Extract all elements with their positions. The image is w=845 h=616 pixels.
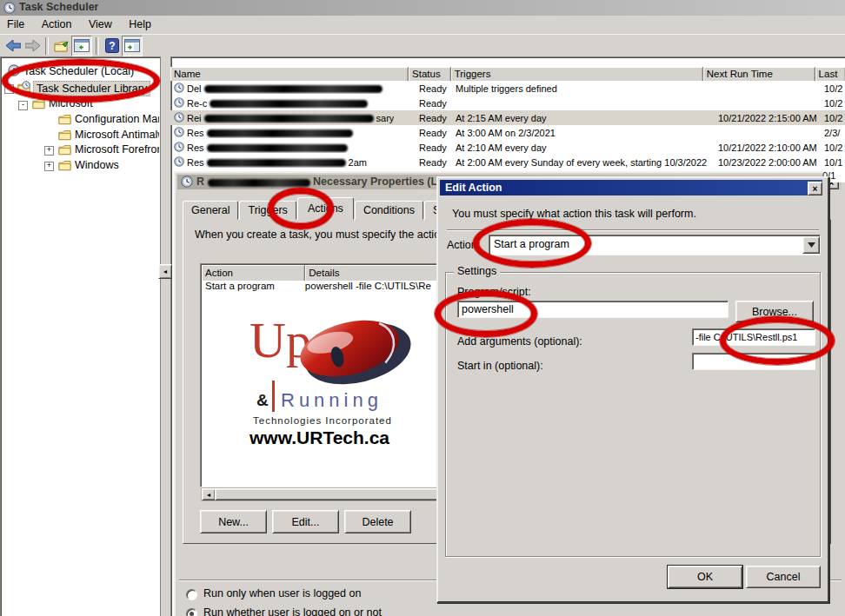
browse-button[interactable]: Browse... xyxy=(735,301,814,322)
column-header-status[interactable]: Status xyxy=(409,67,451,81)
task-triggers: At 2:10 AM every day xyxy=(456,142,711,153)
edit-action-button[interactable]: Edit... xyxy=(272,510,339,533)
menu-file[interactable]: File xyxy=(0,16,31,33)
tree-item-microsoft-forefront[interactable]: Microsoft Forefront xyxy=(75,143,159,156)
task-last-run: 10/2 xyxy=(824,113,845,123)
task-clock-icon xyxy=(174,142,184,152)
edit-action-title-bar: Edit Action × xyxy=(440,180,822,195)
library-clock-badge-icon xyxy=(22,81,30,89)
settings-group-label: Settings xyxy=(454,265,500,277)
tab-conditions[interactable]: Conditions xyxy=(355,201,423,220)
redacted-name xyxy=(207,159,346,167)
console-tree-toggle-button[interactable] xyxy=(71,36,92,56)
new-action-button[interactable]: New... xyxy=(200,510,267,533)
menu-action[interactable]: Action xyxy=(35,16,79,33)
menu-view[interactable]: View xyxy=(82,16,119,33)
help-icon: ? xyxy=(105,38,119,53)
task-status: Ready xyxy=(419,113,454,123)
properties-clock-icon xyxy=(181,176,193,188)
mouse-graphic xyxy=(288,308,420,391)
task-clock-icon xyxy=(174,127,184,137)
program-script-input[interactable] xyxy=(457,301,729,318)
task-status: Ready xyxy=(419,157,454,168)
action-dropdown[interactable]: Start a program xyxy=(489,235,821,255)
task-status: Ready xyxy=(419,98,454,109)
forward-button[interactable] xyxy=(23,36,42,56)
svg-text:?: ? xyxy=(109,40,115,52)
window-title-bar: Task Scheduler xyxy=(0,0,845,16)
column-header-triggers[interactable]: Triggers xyxy=(451,67,703,81)
delete-action-button[interactable]: Delete xyxy=(344,510,411,533)
redacted-name xyxy=(210,100,368,108)
radio-run-whether-logged-on[interactable] xyxy=(186,608,197,616)
start-in-input[interactable] xyxy=(692,353,815,370)
task-row-selected[interactable]: Reisary Ready At 2:15 AM every day 10/21… xyxy=(170,110,845,125)
tree-item-configuration-manager[interactable]: Configuration Manag xyxy=(75,113,159,125)
tab-actions[interactable]: Actions xyxy=(297,197,354,220)
task-triggers: Multiple triggers defined xyxy=(456,83,711,94)
task-triggers: At 2:15 AM every day xyxy=(456,113,711,123)
action-pane-icon xyxy=(124,39,140,52)
edit-action-description: You must specify what action this task w… xyxy=(452,208,817,220)
task-next-run: 10/21/2022 2:15:00 AM xyxy=(718,113,821,123)
scroll-left-button[interactable]: ◂ xyxy=(202,488,216,500)
task-row[interactable]: Res Ready At 2:10 AM every day 10/21/202… xyxy=(170,140,845,155)
redacted-name xyxy=(204,85,383,93)
column-header-last-run-time[interactable]: Last xyxy=(815,67,845,81)
task-row[interactable]: Res Ready At 3:00 AM on 2/3/2021 2/3/ xyxy=(170,125,845,140)
expander-windows[interactable]: + xyxy=(44,162,54,171)
tree-item-microsoft[interactable]: Microsoft xyxy=(49,97,93,109)
redacted-name xyxy=(204,115,374,123)
task-last-run: 10/2 xyxy=(824,83,845,94)
task-triggers: At 3:00 AM on 2/3/2021 xyxy=(456,128,711,138)
folder-icon xyxy=(58,144,71,156)
tree-item-microsoft-antimalware[interactable]: Microsoft Antimalwa xyxy=(75,129,159,141)
tree-item-task-scheduler-library[interactable]: Task Scheduler Library xyxy=(33,81,150,96)
expander-library[interactable]: - xyxy=(4,84,14,94)
back-arrow-icon xyxy=(6,40,21,51)
dropdown-arrow-icon[interactable] xyxy=(802,236,820,254)
help-button[interactable]: ? xyxy=(103,36,122,56)
tab-triggers[interactable]: Triggers xyxy=(239,201,296,220)
properties-title-prefix: R xyxy=(196,176,204,188)
column-header-next-run-time[interactable]: Next Run Time xyxy=(703,67,815,81)
task-list-header: Name Status Triggers Next Run Time Last xyxy=(170,67,845,81)
action-cell: Start a program xyxy=(202,281,305,295)
action-pane-toggle-button[interactable] xyxy=(122,36,143,56)
export-list-button[interactable] xyxy=(52,36,71,56)
tree-root-clock-icon xyxy=(8,64,20,76)
console-tree-icon xyxy=(74,39,90,52)
radio-run-only-logged-on[interactable] xyxy=(186,589,197,600)
tree-item-task-scheduler-local[interactable]: Task Scheduler (Local) xyxy=(23,65,158,77)
back-button[interactable] xyxy=(3,36,23,56)
task-last-run: 10/2 xyxy=(824,142,845,153)
urtech-logo: Up & xyxy=(220,306,429,460)
folder-arrow-icon xyxy=(54,39,70,52)
tab-general[interactable]: General xyxy=(183,201,238,220)
console-tree-panel: Task Scheduler (Local) - Task Scheduler … xyxy=(0,56,162,616)
logo-url: www.URTech.ca xyxy=(250,427,389,448)
tree-item-windows[interactable]: Windows xyxy=(75,159,159,171)
expander-microsoft[interactable]: - xyxy=(18,101,28,110)
cancel-button[interactable]: Cancel xyxy=(746,566,821,588)
task-triggers: At 2:00 AM every Sunday of every week, s… xyxy=(456,157,711,168)
column-header-name[interactable]: Name xyxy=(170,67,409,81)
edit-action-dialog: Edit Action × You must specify what acti… xyxy=(436,176,829,603)
ok-button[interactable]: OK xyxy=(668,566,742,588)
splitter-collapse-button[interactable]: ◂ xyxy=(158,264,172,279)
task-row[interactable]: Res2am Ready At 2:00 AM every Sunday of … xyxy=(170,155,845,169)
add-arguments-input[interactable] xyxy=(692,328,815,346)
app-clock-icon xyxy=(3,2,16,14)
task-row[interactable]: Re-c Ready 10/2 xyxy=(170,96,845,110)
edit-action-close-button[interactable]: × xyxy=(808,182,822,195)
menu-help[interactable]: Help xyxy=(122,16,158,33)
forward-arrow-icon xyxy=(25,40,40,51)
radio-label: Run whether user is logged on or not xyxy=(203,606,516,616)
expander-forefront[interactable]: + xyxy=(44,146,54,156)
action-dropdown-value: Start a program xyxy=(494,238,789,250)
logo-running-text: Running xyxy=(281,389,383,412)
add-arguments-label: Add arguments (optional): xyxy=(457,335,582,348)
start-in-label: Start in (optional): xyxy=(457,360,543,372)
task-row[interactable]: Del Ready Multiple triggers defined 10/2 xyxy=(170,81,845,96)
action-column-header[interactable]: Action xyxy=(202,265,305,281)
